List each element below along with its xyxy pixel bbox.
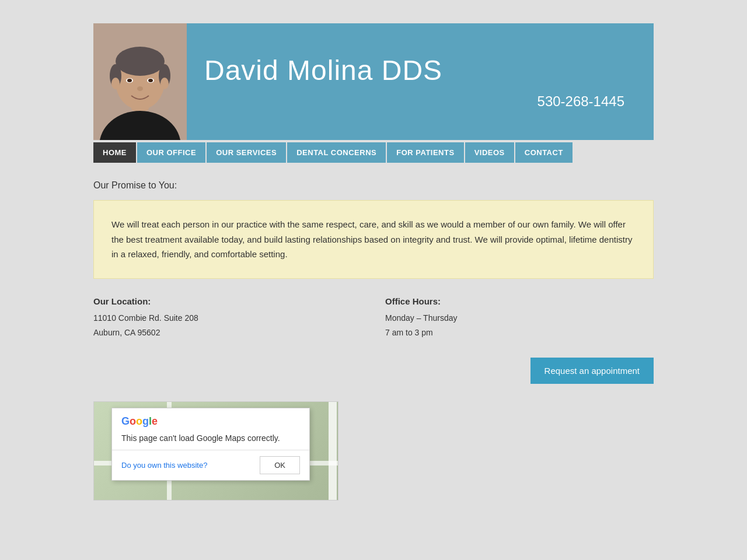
nav-for-patients[interactable]: FOR PATIENTS	[387, 142, 463, 163]
info-row: Our Location: 11010 Combie Rd. Suite 208…	[93, 296, 654, 340]
maps-dialog-actions: Do you own this website? OK	[112, 450, 309, 480]
maps-ok-button[interactable]: OK	[260, 456, 300, 474]
google-g: G	[121, 415, 130, 428]
hours-days: Monday – Thursday	[385, 311, 654, 326]
maps-own-website-link[interactable]: Do you own this website?	[121, 461, 207, 470]
location-heading: Our Location:	[93, 296, 362, 306]
location-line1: 11010 Combie Rd. Suite 208	[93, 311, 362, 326]
google-o1: o	[130, 415, 136, 428]
svg-point-11	[137, 86, 143, 91]
main-content: Our Promise to You: We will treat each p…	[93, 180, 654, 518]
nav-dental-concerns[interactable]: DENTAL CONCERNS	[287, 142, 386, 163]
maps-dialog-header: Google	[112, 408, 309, 428]
svg-point-4	[116, 47, 165, 76]
google-g2: g	[142, 415, 149, 428]
location-line2: Auburn, CA 95602	[93, 326, 362, 340]
hours-col: Office Hours: Monday – Thursday 7 am to …	[385, 296, 654, 340]
nav-our-services[interactable]: OUR SERVICES	[207, 142, 286, 163]
svg-point-12	[111, 78, 120, 89]
map-container: Google This page can't load Google Maps …	[93, 401, 338, 501]
google-e: e	[152, 415, 158, 428]
location-col: Our Location: 11010 Combie Rd. Suite 208…	[93, 296, 362, 340]
header-info: David Molina DDS 530-268-1445	[187, 23, 654, 140]
nav-our-office[interactable]: OUR OFFICE	[137, 142, 205, 163]
phone-number: 530-268-1445	[204, 93, 636, 110]
promise-text: We will treat each person in our practic…	[111, 217, 636, 262]
appointment-row: Request an appointment	[93, 358, 654, 384]
header: David Molina DDS 530-268-1445	[93, 23, 654, 140]
doctor-photo	[93, 23, 187, 140]
svg-point-9	[127, 79, 132, 82]
site-title: David Molina DDS	[204, 54, 636, 88]
google-logo: Google	[121, 415, 300, 428]
main-nav: HOME OUR OFFICE OUR SERVICES DENTAL CONC…	[93, 140, 654, 163]
map-edge-indicator	[329, 402, 337, 500]
appointment-button[interactable]: Request an appointment	[530, 358, 654, 384]
maps-error-dialog: Google This page can't load Google Maps …	[111, 408, 310, 481]
nav-videos[interactable]: VIDEOS	[465, 142, 514, 163]
maps-error-message: This page can't load Google Maps correct…	[112, 433, 309, 450]
hours-time: 7 am to 3 pm	[385, 326, 654, 340]
nav-home[interactable]: HOME	[93, 142, 136, 163]
promise-box: We will treat each person in our practic…	[93, 200, 654, 279]
promise-heading: Our Promise to You:	[93, 180, 654, 191]
svg-point-13	[160, 78, 169, 89]
hours-heading: Office Hours:	[385, 296, 654, 306]
google-o2: o	[136, 415, 142, 428]
nav-contact[interactable]: CONTACT	[515, 142, 573, 163]
svg-point-10	[148, 79, 153, 82]
